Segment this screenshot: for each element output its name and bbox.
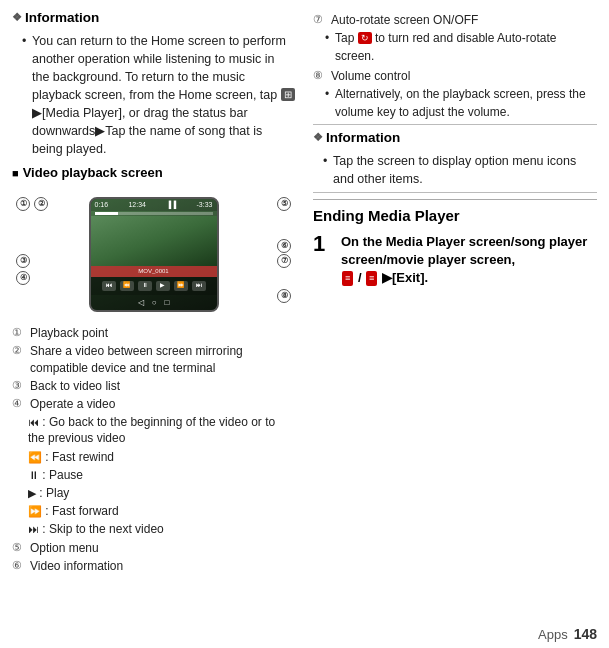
info-bullet-1: You can return to the Home screen to per… xyxy=(22,32,295,159)
info-bullet-2: Tap the screen to display option menu ic… xyxy=(323,152,597,188)
annotation-4: ④ xyxy=(16,271,30,285)
step-icon-red: ≡ / ≡ ▶[Exit]. xyxy=(341,270,428,285)
annotation-7: ⑦ xyxy=(277,254,291,268)
footer-page-number: 148 xyxy=(574,626,597,642)
ann-item-4a: ⏮ : Go back to the beginning of the vide… xyxy=(12,414,295,446)
ann-item-3: ③ Back to video list xyxy=(12,378,295,394)
annotations-list: ① Playback point ② Share a video between… xyxy=(12,325,295,574)
ann-num-4: ④ xyxy=(12,396,26,412)
ann-item-4: ④ Operate a video xyxy=(12,396,295,412)
info-heading-1: Information xyxy=(12,8,295,28)
ann-sub-7: Tap ↻ to turn red and disable Auto-rotat… xyxy=(313,30,597,65)
annotation-2: ② xyxy=(34,197,48,211)
ann-text-4a: ⏮ : Go back to the beginning of the vide… xyxy=(28,414,295,446)
ann-text-6: Video information xyxy=(30,558,295,574)
ann-num-1: ① xyxy=(12,325,26,341)
ann-sub-8: Alternatively, on the playback screen, p… xyxy=(313,86,597,121)
ann-item-4e: ⏩ : Fast forward xyxy=(12,503,295,519)
phone-ff-btn[interactable]: ⏩ xyxy=(174,281,188,291)
phone-time-right: 12:34 xyxy=(128,200,146,210)
annotation-1: ① xyxy=(16,197,30,211)
phone-prev-btn[interactable]: ⏮ xyxy=(102,281,116,291)
ann-text-4f: ⏭ : Skip to the next video xyxy=(28,521,295,537)
info-bullets-1: You can return to the Home screen to per… xyxy=(12,32,295,159)
ann-num-5: ⑤ xyxy=(12,540,26,556)
annotation-6: ⑥ xyxy=(277,239,291,253)
step-text-1: On the Media Player screen/song player s… xyxy=(341,233,597,288)
ann-sub-7-item: Tap ↻ to turn red and disable Auto-rotat… xyxy=(325,30,597,65)
phone-pause-btn[interactable]: ⏸ xyxy=(138,281,152,291)
ann-text-4d: ▶ : Play xyxy=(28,485,295,501)
phone-rewind-btn[interactable]: ⏪ xyxy=(120,281,134,291)
annotation-5: ⑤ xyxy=(277,197,291,211)
phone-controls-bar: ⏮ ⏪ ⏸ ▶ ⏩ ⏭ xyxy=(91,277,217,295)
ann-text-8: Volume control xyxy=(331,68,597,84)
right-annotations: ⑦ Auto-rotate screen ON/OFF Tap ↻ to tur… xyxy=(313,12,597,121)
footer: Apps 148 xyxy=(538,626,597,642)
footer-apps-label: Apps xyxy=(538,627,568,642)
ann-item-6: ⑥ Video information xyxy=(12,558,295,574)
phone-status-bar: 0:16 12:34 ▐▐ -3:33 xyxy=(91,199,217,211)
ann-item-5: ⑤ Option menu xyxy=(12,540,295,556)
page: Information You can return to the Home s… xyxy=(0,0,609,648)
phone-progress-bar xyxy=(95,212,213,215)
phone-btn-row: ⏮ ⏪ ⏸ ▶ ⏩ ⏭ xyxy=(94,279,214,293)
ann-text-4e: ⏩ : Fast forward xyxy=(28,503,295,519)
ann-text-3: Back to video list xyxy=(30,378,295,394)
ann-text-7: Auto-rotate screen ON/OFF xyxy=(331,12,597,28)
phone-progress-fill xyxy=(95,212,119,215)
divider-2 xyxy=(313,192,597,193)
ann-num-7: ⑦ xyxy=(313,12,327,28)
ending-section: Ending Media Player 1 On the Media Playe… xyxy=(313,199,597,287)
phone-frame: 0:16 12:34 ▐▐ -3:33 MOV_0001 ⏮ ⏪ xyxy=(89,197,219,312)
phone-nav-bar: ◁ ○ □ xyxy=(91,295,217,311)
phone-recents-btn: □ xyxy=(165,297,170,309)
ann-text-1: Playback point xyxy=(30,325,295,341)
ann-item-2: ② Share a video between screen mirroring… xyxy=(12,343,295,375)
ann-item-7: ⑦ Auto-rotate screen ON/OFF xyxy=(313,12,597,28)
ann-item-8: ⑧ Volume control xyxy=(313,68,597,84)
phone-play-btn[interactable]: ▶ xyxy=(156,281,170,291)
ann-sub-8-item: Alternatively, on the playback screen, p… xyxy=(325,86,597,121)
ann-num-6: ⑥ xyxy=(12,558,26,574)
info-heading-2: Information xyxy=(313,128,597,148)
phone-mockup-area: 0:16 12:34 ▐▐ -3:33 MOV_0001 ⏮ ⏪ xyxy=(12,189,295,319)
step-number-1: 1 xyxy=(313,233,333,255)
ann-num-3: ③ xyxy=(12,378,26,394)
step-bold-text: On the Media Player screen/song player s… xyxy=(341,234,587,267)
phone-back-btn: ◁ xyxy=(138,297,144,309)
ann-item-4f: ⏭ : Skip to the next video xyxy=(12,521,295,537)
phone-remaining: -3:33 xyxy=(197,200,213,210)
divider-1 xyxy=(313,124,597,125)
menu-icon-2: ≡ xyxy=(366,271,377,286)
phone-time-left: 0:16 xyxy=(95,200,109,210)
ann-num-8: ⑧ xyxy=(313,68,327,84)
annotation-8: ⑧ xyxy=(277,289,291,303)
ann-item-1: ① Playback point xyxy=(12,325,295,341)
phone-home-btn: ○ xyxy=(152,297,157,309)
right-column: ⑦ Auto-rotate screen ON/OFF Tap ↻ to tur… xyxy=(305,0,609,648)
phone-video-area xyxy=(91,216,217,266)
ann-item-4b: ⏪ : Fast rewind xyxy=(12,449,295,465)
info-bullets-2: Tap the screen to display option menu ic… xyxy=(313,152,597,188)
ann-item-4d: ▶ : Play xyxy=(12,485,295,501)
menu-icon-red: ≡ xyxy=(342,271,353,286)
ann-text-4c: ⏸ : Pause xyxy=(28,467,295,483)
ann-text-5: Option menu xyxy=(30,540,295,556)
ending-title: Ending Media Player xyxy=(313,199,597,227)
phone-title-bar: MOV_0001 xyxy=(91,266,217,277)
phone-screen: 0:16 12:34 ▐▐ -3:33 MOV_0001 ⏮ ⏪ xyxy=(91,199,217,310)
ann-item-4c: ⏸ : Pause xyxy=(12,467,295,483)
annotation-3: ③ xyxy=(16,254,30,268)
phone-next-btn[interactable]: ⏭ xyxy=(192,281,206,291)
ann-text-4b: ⏪ : Fast rewind xyxy=(28,449,295,465)
ann-text-2: Share a video between screen mirroring c… xyxy=(30,343,295,375)
phone-status-icons: ▐▐ xyxy=(166,200,176,210)
ann-text-4: Operate a video xyxy=(30,396,295,412)
step-row-1: 1 On the Media Player screen/song player… xyxy=(313,233,597,288)
ann-num-2: ② xyxy=(12,343,26,375)
left-column: Information You can return to the Home s… xyxy=(0,0,305,648)
video-section-heading: Video playback screen xyxy=(12,164,295,183)
